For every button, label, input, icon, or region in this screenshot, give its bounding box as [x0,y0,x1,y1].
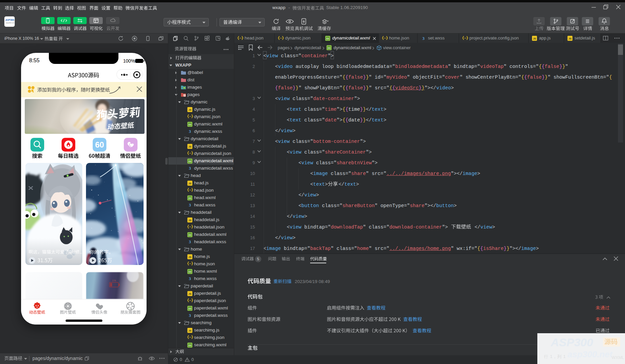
svg-text:<>: <> [188,234,191,236]
svg-text:3: 3 [189,166,191,171]
svg-text:JS: JS [188,292,191,295]
svg-text:<>: <> [188,123,191,126]
svg-text:<>: <> [188,344,191,347]
svg-text:3: 3 [189,276,191,281]
svg-text:3: 3 [189,129,191,134]
svg-text:JS: JS [188,182,191,185]
svg-text:3: 3 [422,36,425,41]
svg-text:<>: <> [188,197,191,199]
svg-text:3: 3 [189,239,191,244]
svg-text:JS: JS [188,329,191,332]
svg-text:<>: <> [326,37,329,40]
svg-text:<>: <> [328,47,330,49]
svg-text:JS: JS [188,108,191,111]
svg-text:JS: JS [188,256,191,259]
svg-text:3: 3 [189,202,191,207]
svg-text:3: 3 [189,313,191,318]
svg-text:JS: JS [533,37,536,40]
svg-text:<>: <> [188,307,191,310]
svg-text:JS: JS [188,145,191,148]
svg-text:<>: <> [188,271,191,273]
svg-text:60: 60 [95,140,104,149]
svg-text:<>: <> [188,160,191,163]
svg-text:JS: JS [188,219,191,222]
svg-text:JS: JS [568,37,571,40]
svg-text:1%: 1% [112,279,116,282]
